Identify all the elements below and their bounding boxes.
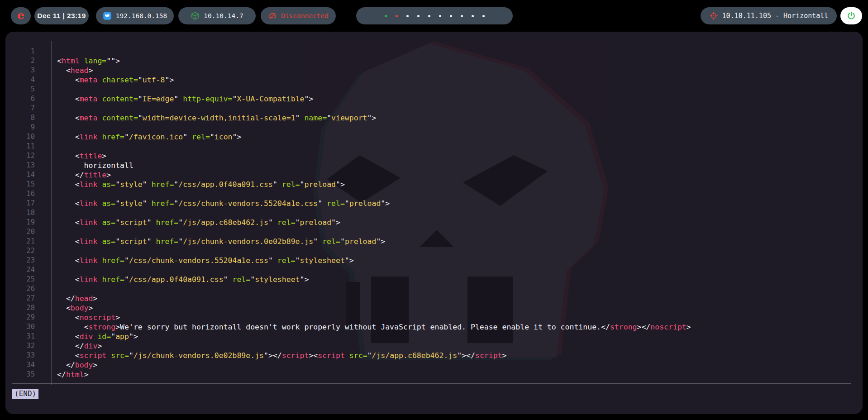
- line-number: 24: [5, 265, 35, 275]
- code-line: 19 <link as="script" href="/js/app.c68eb…: [5, 218, 691, 227]
- line-number: 25: [5, 275, 35, 284]
- power-button[interactable]: [840, 7, 862, 24]
- target-badge[interactable]: 10.10.11.105 - Horizontall: [701, 7, 837, 24]
- code-line: 1: [5, 47, 691, 56]
- line-number: 12: [5, 151, 35, 161]
- code-text: <body>: [35, 303, 93, 313]
- workspace-dot[interactable]: [472, 15, 474, 17]
- code-line: 28 <body>: [5, 303, 691, 313]
- line-number: 13: [5, 161, 35, 170]
- cloud-off-icon: [268, 11, 277, 20]
- code-lines: 12<html lang="">3 <head>4 <meta charset=…: [5, 47, 691, 379]
- line-number: 28: [5, 303, 35, 313]
- pager-separator: [12, 383, 851, 384]
- line-number: 20: [5, 227, 35, 237]
- line-number: 30: [5, 322, 35, 332]
- connection-status-badge[interactable]: Disconnected: [261, 7, 336, 24]
- vpn-ip-badge[interactable]: 10.10.14.7: [178, 7, 256, 24]
- line-number: 26: [5, 284, 35, 294]
- code-text: [35, 47, 57, 56]
- code-text: <link as="style" href="/css/chunk-vendor…: [35, 199, 390, 208]
- logo-e-icon: e: [17, 9, 24, 22]
- line-number: 9: [5, 123, 35, 132]
- line-number: 2: [5, 56, 35, 66]
- workspace-dot[interactable]: [396, 15, 398, 17]
- clock-label: Dec 11 | 23:19: [37, 12, 86, 20]
- app-logo-button[interactable]: e: [11, 7, 31, 24]
- line-number: 1: [5, 47, 35, 56]
- code-line: 8 <meta content="width=device-width,init…: [5, 113, 691, 123]
- code-line: 18: [5, 208, 691, 218]
- line-number: 15: [5, 180, 35, 189]
- code-text: </html>: [35, 370, 89, 379]
- line-number: 8: [5, 113, 35, 123]
- code-line: 6 <meta content="IE=edge" http-equiv="X-…: [5, 94, 691, 104]
- line-number: 19: [5, 218, 35, 227]
- workspace-dot[interactable]: [417, 15, 420, 17]
- code-text: <meta content="width=device-width,initia…: [35, 113, 376, 123]
- code-text: [35, 284, 57, 294]
- code-line: 32 </div>: [5, 341, 691, 351]
- code-line: 4 <meta charset="utf-8">: [5, 75, 691, 85]
- target-label: 10.10.11.105 - Horizontall: [722, 12, 829, 20]
- connection-status-label: Disconnected: [281, 12, 329, 19]
- code-text: <div id="app">: [35, 332, 138, 341]
- ethernet-ip-label: 192.168.0.158: [116, 12, 167, 19]
- line-number: 7: [5, 104, 35, 113]
- terminal-panel[interactable]: 12<html lang="">3 <head>4 <meta charset=…: [5, 32, 863, 414]
- line-number: 5: [5, 85, 35, 94]
- pager-end-indicator: (END): [12, 389, 38, 399]
- code-line: 9: [5, 123, 691, 132]
- code-text: <link href="/favicon.ico" rel="icon">: [35, 132, 241, 142]
- code-line: 15 <link as="style" href="/css/app.0f40a…: [5, 180, 691, 189]
- line-number: 18: [5, 208, 35, 218]
- workspace-dot[interactable]: [461, 15, 463, 17]
- workspace-dot[interactable]: [428, 15, 430, 17]
- line-number: 16: [5, 189, 35, 199]
- code-text: [35, 104, 57, 113]
- code-text: [35, 123, 57, 132]
- workspace-dot[interactable]: [406, 15, 409, 17]
- line-number: 32: [5, 341, 35, 351]
- code-line: 22: [5, 246, 691, 256]
- code-text: [35, 142, 57, 151]
- code-line: 25 <link href="/css/app.0f40a091.css" re…: [5, 275, 691, 284]
- ethernet-ip-badge[interactable]: 192.168.0.158: [96, 7, 174, 24]
- code-text: <title>: [35, 151, 106, 161]
- code-text: <meta charset="utf-8">: [35, 75, 174, 85]
- code-line: 20: [5, 227, 691, 237]
- vpn-ip-label: 10.10.14.7: [204, 12, 243, 19]
- workspace-dot[interactable]: [482, 15, 485, 17]
- code-line: 27 </head>: [5, 294, 691, 303]
- code-text: <html lang="">: [35, 56, 120, 66]
- line-number: 31: [5, 332, 35, 341]
- line-number: 6: [5, 94, 35, 104]
- code-text: horizontall: [35, 161, 134, 170]
- code-line: 13 horizontall: [5, 161, 691, 170]
- code-text: <head>: [35, 66, 93, 75]
- workspace-dot[interactable]: [450, 15, 452, 17]
- code-line: 14 </title>: [5, 170, 691, 180]
- code-text: <noscript>: [35, 313, 120, 322]
- code-text: <script src="/js/chunk-vendors.0e02b89e.…: [35, 351, 507, 360]
- code-text: <strong>We're sorry but horizontall does…: [35, 322, 691, 332]
- code-line: 7: [5, 104, 691, 113]
- code-text: </head>: [35, 294, 97, 303]
- workspace-switcher: [356, 7, 513, 24]
- code-line: 24: [5, 265, 691, 275]
- code-line: 35</html>: [5, 370, 691, 379]
- workspace-dot[interactable]: [385, 15, 387, 17]
- topbar: e Dec 11 | 23:19 192.168.0.158 10.10.14.…: [0, 0, 868, 32]
- code-line: 33 <script src="/js/chunk-vendors.0e02b8…: [5, 351, 691, 360]
- code-line: 11: [5, 142, 691, 151]
- code-line: 2<html lang="">: [5, 56, 691, 66]
- line-number: 11: [5, 142, 35, 151]
- code-text: [35, 265, 57, 275]
- workspace-dot[interactable]: [439, 15, 441, 17]
- code-text: <link href="/css/chunk-vendors.55204a1e.…: [35, 256, 354, 265]
- code-line: 12 <title>: [5, 151, 691, 161]
- code-text: <link as="style" href="/css/app.0f40a091…: [35, 180, 345, 189]
- line-number: 27: [5, 294, 35, 303]
- line-number: 10: [5, 132, 35, 142]
- clock-badge: Dec 11 | 23:19: [34, 7, 89, 24]
